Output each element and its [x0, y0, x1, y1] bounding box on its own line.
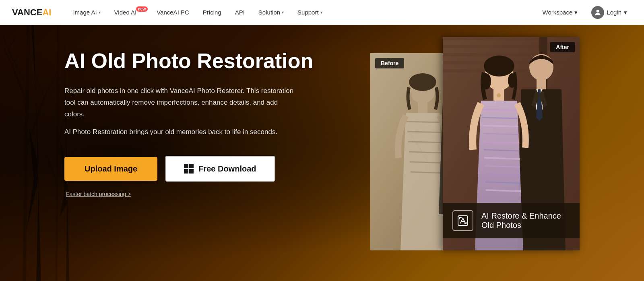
- hero-description: Repair old photos in one click with Vanc…: [64, 85, 298, 120]
- logo-ai: AI: [42, 7, 51, 18]
- nav-item-video-ai[interactable]: Video AI new: [109, 6, 149, 19]
- restore-icon: [452, 210, 473, 231]
- new-badge: new: [136, 6, 148, 12]
- nav-right: Workspace ▾ Login ▾: [538, 3, 632, 22]
- ai-restore-text: AI Restore & Enhance Old Photos: [481, 211, 570, 230]
- chevron-down-icon: ▾: [282, 10, 284, 14]
- logo[interactable]: VANCEAI: [12, 7, 51, 18]
- after-photo: After: [443, 37, 580, 250]
- svg-line-1: [24, 25, 28, 281]
- windows-icon: [184, 164, 194, 174]
- svg-line-10: [36, 77, 44, 97]
- ai-restore-banner: AI Restore & Enhance Old Photos: [443, 203, 580, 238]
- nav-item-image-ai[interactable]: Image AI ▾: [67, 6, 106, 19]
- chevron-down-icon: ▾: [99, 10, 101, 14]
- chevron-down-icon: ▾: [624, 9, 627, 16]
- nav-item-pricing[interactable]: Pricing: [197, 6, 227, 19]
- avatar-icon: [591, 6, 604, 19]
- hero-title: AI Old Photo Restoration: [64, 49, 322, 73]
- svg-line-6: [8, 37, 16, 49]
- nav-item-vanceai-pc[interactable]: VanceAI PC: [151, 6, 195, 19]
- svg-line-7: [4, 49, 12, 65]
- svg-line-9: [44, 73, 56, 97]
- chevron-down-icon: ▾: [320, 10, 322, 14]
- upload-image-button[interactable]: Upload Image: [64, 157, 157, 181]
- svg-line-11: [56, 25, 58, 281]
- hero-sub-description: AI Photo Restoration brings your old mem…: [64, 126, 298, 138]
- svg-line-3: [27, 97, 44, 146]
- after-label: After: [550, 42, 575, 52]
- chevron-down-icon: ▾: [574, 9, 578, 16]
- before-label: Before: [375, 58, 404, 68]
- nav-item-solution[interactable]: Solution ▾: [253, 6, 289, 19]
- nav-links: Image AI ▾ Video AI new VanceAI PC Prici…: [67, 6, 537, 19]
- nav-item-api[interactable]: API: [229, 6, 250, 19]
- faster-batch-link[interactable]: Faster batch processing >: [66, 191, 131, 197]
- hero-content: AI Old Photo Restoration Repair old phot…: [64, 49, 322, 198]
- hero-buttons: Upload Image Free Download: [64, 156, 322, 182]
- svg-line-13: [46, 154, 58, 186]
- svg-point-0: [597, 10, 599, 12]
- svg-line-5: [2, 33, 8, 49]
- logo-vance: VANCE: [12, 7, 42, 18]
- nav-item-support[interactable]: Support ▾: [292, 6, 328, 19]
- hero-section: AI Old Photo Restoration Repair old phot…: [0, 25, 644, 281]
- workspace-button[interactable]: Workspace ▾: [538, 6, 583, 19]
- photo-comparison: Before: [370, 37, 580, 262]
- login-button[interactable]: Login ▾: [586, 3, 632, 22]
- free-download-button[interactable]: Free Download: [165, 156, 275, 182]
- navbar: VANCEAI Image AI ▾ Video AI new VanceAI …: [0, 0, 644, 25]
